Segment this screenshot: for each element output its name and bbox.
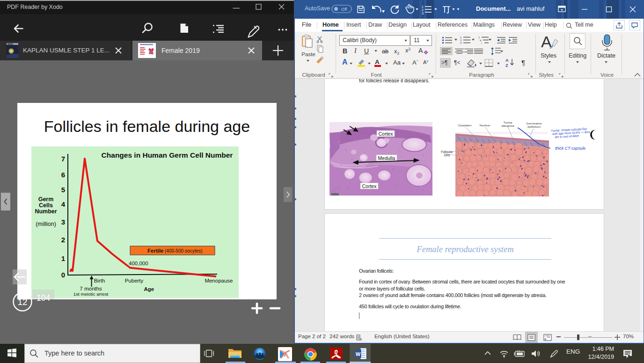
- svg-text:12: 12: [17, 297, 27, 307]
- svg-text:(million): (million): [36, 221, 56, 227]
- svg-text:i: i: [481, 42, 482, 44]
- svg-text:Cortex: Cortex: [379, 131, 394, 137]
- svg-text:Germinative: Germinative: [526, 122, 542, 125]
- svg-text:(400-500 oocytes): (400-500 oocytes): [165, 248, 203, 254]
- svg-text:1st meiotic arrest: 1st meiotic arrest: [73, 291, 109, 297]
- svg-text:Menopause: Menopause: [205, 278, 233, 283]
- svg-text:Cells: Cells: [39, 202, 53, 209]
- svg-text:x: x: [360, 337, 362, 341]
- svg-text:7 months: 7 months: [80, 286, 102, 291]
- svg-text:W: W: [356, 351, 361, 357]
- svg-text:0: 0: [61, 271, 65, 279]
- svg-text:Germ: Germ: [38, 196, 54, 203]
- svg-text:3: 3: [460, 42, 462, 44]
- svg-text:Fertile: Fertile: [147, 248, 164, 254]
- svg-text:3: 3: [422, 12, 424, 15]
- svg-text:Changes in Human Germ Cell Num: Changes in Human Germ Cell Number: [102, 151, 233, 159]
- svg-text:A: A: [505, 58, 509, 63]
- svg-text:4: 4: [61, 200, 66, 208]
- svg-text:3: 3: [61, 218, 65, 226]
- svg-text:7: 7: [61, 155, 65, 163]
- svg-text:1: 1: [422, 5, 424, 8]
- svg-text:Number: Number: [35, 208, 57, 215]
- svg-text:Medulla: Medulla: [378, 155, 395, 161]
- svg-text:Birth: Birth: [94, 278, 105, 283]
- svg-text:6: 6: [61, 171, 65, 179]
- svg-text:Puberty: Puberty: [125, 278, 144, 283]
- svg-text:Z: Z: [505, 63, 508, 68]
- svg-text:400,000: 400,000: [129, 261, 148, 266]
- svg-text:1: 1: [61, 254, 65, 262]
- svg-text:2: 2: [422, 8, 424, 12]
- svg-text:Tunica: Tunica: [504, 121, 512, 124]
- svg-text:Age: Age: [144, 286, 154, 292]
- svg-text:Cortex: Cortex: [362, 183, 377, 189]
- svg-text:Off: Off: [341, 7, 347, 12]
- svg-text:2: 2: [61, 236, 65, 244]
- svg-text:5: 5: [61, 186, 65, 194]
